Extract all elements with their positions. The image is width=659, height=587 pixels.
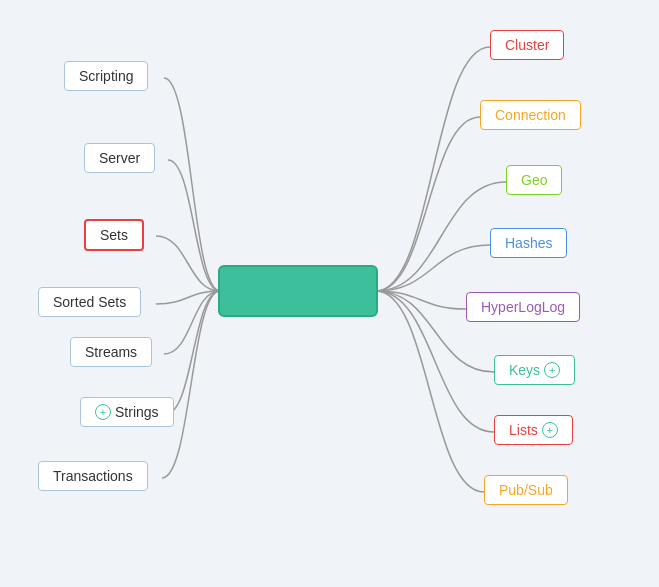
server-node: Server (84, 143, 155, 173)
sets-label: Sets (100, 227, 128, 243)
transactions-node: Transactions (38, 461, 148, 491)
connection-label: Connection (495, 107, 566, 123)
center-node (218, 265, 378, 317)
cluster-label: Cluster (505, 37, 549, 53)
geo-node: Geo (506, 165, 562, 195)
lists-node: Lists+ (494, 415, 573, 445)
streams-node: Streams (70, 337, 152, 367)
hyperloglog-node: HyperLogLog (466, 292, 580, 322)
keys-node: Keys+ (494, 355, 575, 385)
strings-label: Strings (115, 404, 159, 420)
pubsub-label: Pub/Sub (499, 482, 553, 498)
keys-label: Keys (509, 362, 540, 378)
sorted-sets-node: Sorted Sets (38, 287, 141, 317)
sets-node: Sets (84, 219, 144, 251)
hashes-label: Hashes (505, 235, 552, 251)
cluster-node: Cluster (490, 30, 564, 60)
keys-plus-icon[interactable]: + (544, 362, 560, 378)
transactions-label: Transactions (53, 468, 133, 484)
server-label: Server (99, 150, 140, 166)
strings-node: +Strings (80, 397, 174, 427)
lists-label: Lists (509, 422, 538, 438)
scripting-label: Scripting (79, 68, 133, 84)
lists-plus-icon[interactable]: + (542, 422, 558, 438)
streams-label: Streams (85, 344, 137, 360)
scripting-node: Scripting (64, 61, 148, 91)
hyperloglog-label: HyperLogLog (481, 299, 565, 315)
pubsub-node: Pub/Sub (484, 475, 568, 505)
hashes-node: Hashes (490, 228, 567, 258)
connection-node: Connection (480, 100, 581, 130)
geo-label: Geo (521, 172, 547, 188)
strings-plus-icon[interactable]: + (95, 404, 111, 420)
sorted-sets-label: Sorted Sets (53, 294, 126, 310)
